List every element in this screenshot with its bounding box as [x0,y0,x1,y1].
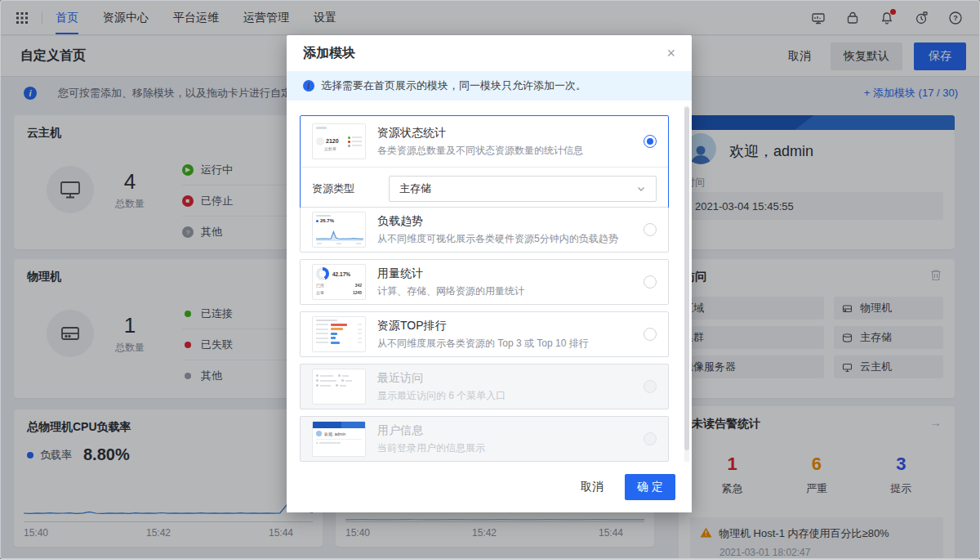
modal-footer: 取消 确 定 [287,462,692,512]
usage-stats-thumb: 42.17% 已用342 总量1245 [312,264,366,300]
resource-type-row: 资源类型 主存储 [301,168,668,210]
module-option-user-info: 欢迎, admin 用户信息 当前登录用户的信息展示 [300,416,669,462]
option-desc: 显示最近访问的 6 个菜单入口 [377,389,506,403]
radio-selected[interactable] [644,135,657,148]
app-window: 首页 资源中心 平台运维 运营管理 设置 ? 自定义首页 取消 恢复默认 保存 … [0,0,980,559]
option-title: 用量统计 [377,266,524,281]
option-desc: 各类资源总数量及不同状态资源数量的统计信息 [377,144,583,158]
close-icon[interactable]: × [666,46,675,60]
radio-unselected[interactable] [644,328,657,341]
module-option-top-ranking[interactable]: 资源TOP排行 从不同维度展示各类资源的 Top 3 或 Top 10 排行 [300,311,669,357]
top-ranking-thumb [312,316,366,352]
option-title: 用户信息 [377,423,485,438]
option-title: 最近访问 [377,371,506,386]
recent-access-thumb [312,369,366,405]
radio-disabled [644,432,657,445]
resource-type-label: 资源类型 [312,181,354,196]
option-desc: 计算、存储、网络资源的用量统计 [377,284,524,298]
option-desc: 从不同维度展示各类资源的 Top 3 或 Top 10 排行 [377,337,589,351]
scrollbar-thumb[interactable] [684,107,689,450]
module-option-usage-stats[interactable]: 42.17% 已用342 总量1245 用量统计 计算、存储、网络资源的用量统计 [300,259,669,305]
donut-chart [316,267,329,280]
modal-notice: i 选择需要在首页展示的模块，同一模块只允许添加一次。 [287,71,692,101]
module-option-load-trend[interactable]: 26.7% 负载趋势 从不同维度可视化展示各类硬件资源5分钟内的负载趋势 [300,207,669,253]
option-desc: 当前登录用户的信息展示 [377,441,485,455]
option-title: 负载趋势 [377,214,618,229]
modal-title: 添加模块 [303,45,355,62]
load-trend-thumb: 26.7% [312,212,366,248]
radio-disabled [644,380,657,393]
module-option-resource-status[interactable]: 2120总数量 资源状态统计 各类资源总数量及不同状态资源数量的统计信息 [300,115,669,211]
radio-unselected[interactable] [644,275,657,288]
resource-type-select[interactable]: 主存储 [389,176,657,202]
modal-ok-button[interactable]: 确 定 [625,474,675,500]
user-info-thumb: 欢迎, admin [312,421,366,457]
chevron-down-icon [636,184,646,194]
add-module-modal: 添加模块 × i 选择需要在首页展示的模块，同一模块只允许添加一次。 2120总… [287,35,692,512]
module-option-recent-access: 最近访问 显示最近访问的 6 个菜单入口 [300,364,669,409]
modal-header: 添加模块 × [287,35,692,71]
modal-scrollbar[interactable] [684,105,689,491]
option-title: 资源TOP排行 [377,319,589,333]
radio-unselected[interactable] [644,223,657,236]
modal-notice-text: 选择需要在首页展示的模块，同一模块只允许添加一次。 [321,78,586,93]
option-title: 资源状态统计 [377,126,583,141]
info-icon: i [303,80,314,92]
resource-status-thumb: 2120总数量 [312,123,366,159]
option-desc: 从不同维度可视化展示各类硬件资源5分钟内的负载趋势 [377,232,618,246]
resource-type-value: 主存储 [399,181,431,196]
modal-cancel-button[interactable]: 取消 [574,475,610,499]
